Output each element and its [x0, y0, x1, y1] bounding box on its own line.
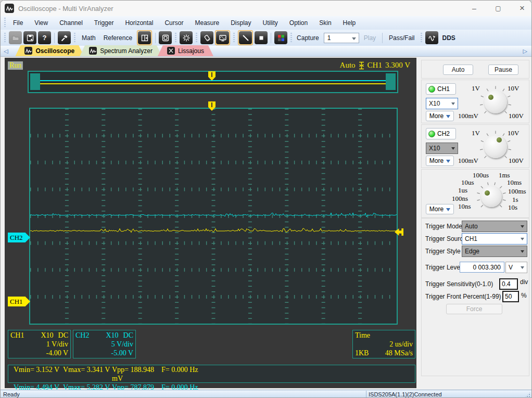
play-button[interactable]: Play — [361, 32, 379, 44]
ch2-probe: X10 — [106, 331, 118, 339]
knob-label: 10ms — [507, 178, 522, 187]
tools-icon[interactable] — [58, 31, 71, 44]
menu-help[interactable]: Help — [337, 17, 362, 29]
save-icon[interactable] — [23, 31, 36, 44]
menu-file[interactable]: File — [7, 17, 29, 29]
more-label: More — [429, 206, 444, 213]
ch1-more-button[interactable]: More — [426, 111, 454, 121]
toolbar-separator — [155, 33, 156, 43]
trigger-sensitivity-input[interactable] — [499, 278, 518, 290]
ch1-label: CH1 — [437, 85, 450, 93]
dds-label[interactable]: DDS — [442, 34, 455, 42]
menu-display[interactable]: Display — [225, 17, 257, 29]
line-style-icon — [239, 31, 252, 44]
device-icon[interactable] — [200, 31, 213, 44]
knob-indicator-dot — [497, 137, 502, 143]
ch1-position-flag[interactable]: CH1 — [8, 297, 30, 306]
ch1-volts-knob[interactable] — [484, 91, 507, 113]
lissajous-icon — [167, 47, 175, 55]
trigger-style-value: Edge — [465, 248, 479, 255]
window-title: Oscilloscope - Multi VirAnalyzer — [18, 5, 113, 12]
fullscreen-icon[interactable] — [159, 31, 172, 44]
pause-button[interactable]: Pause — [488, 65, 518, 75]
ch1-scale: 1 V/div — [10, 340, 68, 349]
measurements-box: Vmin= 3.152 V Vmax= 3.341 V Vpp= 188.948… — [8, 365, 415, 383]
menu-option[interactable]: Option — [284, 17, 313, 29]
more-label: More — [429, 112, 444, 120]
tabs-scroll-left-icon[interactable]: ◁ — [2, 48, 10, 55]
ch1-name: CH1 — [10, 331, 24, 340]
window-controls: – ▢ × — [470, 1, 526, 16]
ch2-enable-button[interactable]: CH2 — [426, 128, 456, 139]
capture-select[interactable]: 1 — [324, 33, 359, 43]
tab-spectrum-analyzer[interactable]: Spectrum Analyzer — [80, 45, 162, 56]
menu-channel[interactable]: Channel — [54, 17, 88, 29]
color-palette-icon[interactable] — [274, 31, 287, 44]
trigger-style-label: Trigger Style — [425, 248, 461, 255]
trigger-level-input[interactable] — [460, 262, 504, 273]
trigger-style-select[interactable]: Edge — [462, 246, 527, 257]
ch1-vmin: Vmin= 3.152 V — [14, 365, 63, 383]
trigger-channel-readout: CH1 — [368, 61, 382, 70]
overview-left-handle[interactable] — [30, 73, 40, 90]
status-separator — [366, 391, 366, 398]
menu-view[interactable]: View — [29, 17, 54, 29]
menu-horizontal[interactable]: Horizontal — [119, 17, 159, 29]
menu-measure[interactable]: Measure — [189, 17, 225, 29]
math-button[interactable]: Math — [79, 32, 99, 44]
ch1-probe-select[interactable]: X10 — [426, 98, 458, 109]
timebase-knob[interactable] — [481, 186, 502, 207]
force-button[interactable]: Force — [446, 304, 502, 314]
timebase-knob-area: 100us 1ms 10us 10ms 1us 100ms 100ns 1s 1… — [449, 171, 529, 217]
main-area: Run Auto CH1 3.300 V CH2 CH1 — [1, 57, 531, 390]
more-label: More — [429, 157, 444, 164]
control-panel: Auto Pause CH1 X10 More 1V 10V 100mV 100… — [420, 58, 530, 388]
reference-button[interactable]: Reference — [100, 32, 135, 44]
tab-oscilloscope[interactable]: Oscilloscope — [15, 45, 84, 56]
center-icon[interactable] — [180, 31, 193, 44]
ch2-control-group: CH2 X10 More 1V 10V 100mV 100V — [421, 124, 529, 168]
menu-cursor[interactable]: Cursor — [159, 17, 189, 29]
trigger-level-readout: 3.300 V — [385, 61, 410, 70]
toolbar-grip — [175, 33, 176, 43]
open-icon[interactable] — [9, 31, 22, 44]
resize-grip[interactable] — [524, 391, 531, 398]
auto-button[interactable]: Auto — [443, 65, 473, 75]
trigger-level-unit-select[interactable]: V — [505, 262, 527, 273]
minimize-icon[interactable]: – — [470, 6, 478, 11]
trigger-mode-select[interactable]: Auto — [462, 221, 527, 232]
ch2-position-flag[interactable]: CH2 — [8, 233, 30, 242]
passfail-button[interactable]: Pass/Fail — [386, 32, 417, 44]
ch2-more-button[interactable]: More — [426, 156, 454, 166]
knob-label: 100us — [473, 171, 489, 179]
knob-indicator-dot — [488, 95, 493, 100]
overview-right-handle[interactable] — [386, 73, 396, 90]
run-status-badge: Run — [8, 61, 23, 70]
ch1-info-box: CH1 X10DC 1 V/div -4.00 V — [8, 330, 71, 358]
ch2-coupling: DC — [123, 331, 133, 339]
dds-wave-icon[interactable] — [425, 31, 438, 44]
ch2-info-box: CH2 X10DC 5 V/div -5.00 V — [73, 330, 136, 358]
trigger-front-input[interactable] — [502, 291, 519, 302]
tab-lissajous[interactable]: Lissajous — [158, 45, 213, 56]
close-icon[interactable]: × — [518, 3, 526, 14]
ch2-probe-select[interactable]: X10 — [426, 143, 458, 154]
sample-rate: 48 MSa/s — [385, 349, 413, 357]
menu-skin[interactable]: Skin — [313, 17, 337, 29]
maximize-icon[interactable]: ▢ — [494, 5, 502, 12]
menu-utility[interactable]: Utility — [257, 17, 284, 29]
waveform-icon — [24, 47, 32, 55]
toolbar-grip — [421, 33, 422, 43]
help-icon[interactable]: ? — [38, 31, 51, 44]
screen-wave-button[interactable] — [215, 30, 230, 45]
stop-icon[interactable] — [255, 31, 268, 44]
ch2-volts-knob[interactable] — [484, 135, 507, 158]
trigger-source-select[interactable]: CH1 — [462, 233, 527, 245]
split-view-button[interactable] — [137, 30, 152, 45]
plot-canvas — [30, 109, 397, 324]
menu-trigger[interactable]: Trigger — [88, 17, 120, 29]
tabs-scroll-right-icon[interactable]: ▷ — [521, 48, 529, 55]
line-style-button[interactable] — [238, 30, 253, 45]
ch1-enable-button[interactable]: CH1 — [426, 83, 456, 95]
toolbar-grip — [290, 33, 292, 43]
